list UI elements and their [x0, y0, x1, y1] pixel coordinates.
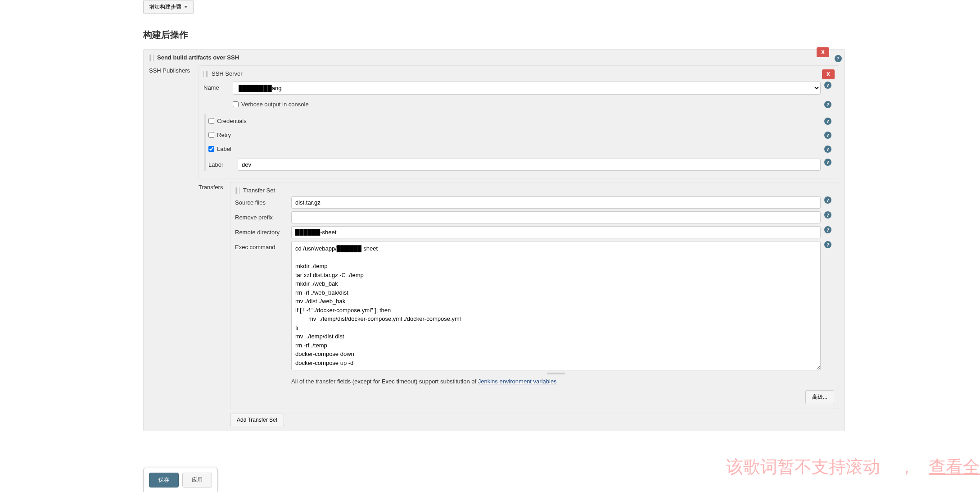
env-vars-link[interactable]: Jenkins environment variables [478, 378, 557, 385]
help-icon[interactable]: ? [824, 132, 831, 139]
label-input[interactable] [238, 159, 821, 171]
gripper-icon[interactable] [203, 71, 208, 77]
transfer-set-panel: Transfer Set Source files ? Remove pr [230, 182, 839, 409]
resize-handle-icon[interactable] [547, 373, 565, 374]
help-icon[interactable]: ? [824, 159, 831, 166]
source-files-input[interactable] [291, 196, 821, 209]
exec-command-label: Exec command [235, 241, 291, 251]
ssh-publishers-label: SSH Publishers [149, 65, 199, 426]
label-check-label[interactable]: Label [217, 146, 231, 152]
retry-label[interactable]: Retry [217, 132, 231, 138]
ssh-server-name-select[interactable]: ████████ang [233, 82, 821, 95]
label-field-label: Label [208, 159, 238, 168]
help-icon[interactable]: ? [824, 241, 831, 248]
retry-checkbox[interactable] [208, 132, 214, 138]
help-icon[interactable]: ? [824, 196, 831, 204]
post-build-block: X ? Send build artifacts over SSH SSH Pu… [143, 49, 845, 431]
source-files-label: Source files [235, 196, 291, 206]
help-icon[interactable]: ? [824, 118, 831, 125]
help-icon[interactable]: ? [824, 226, 831, 233]
section-title: 构建后操作 [143, 29, 845, 41]
help-icon[interactable]: ? [824, 82, 831, 89]
name-label: Name [203, 82, 233, 91]
transfer-set-title: Transfer Set [243, 187, 275, 194]
transfers-label: Transfers [199, 182, 230, 426]
ssh-server-title: SSH Server [212, 70, 243, 77]
exec-command-textarea[interactable] [291, 241, 821, 370]
caret-down-icon [184, 6, 188, 8]
block-title: Send build artifacts over SSH [157, 54, 239, 61]
credentials-checkbox[interactable] [208, 118, 214, 124]
help-icon[interactable]: ? [824, 146, 831, 153]
ssh-server-panel: X SSH Server Name ████████ang ? [199, 65, 839, 178]
credentials-label[interactable]: Credentials [217, 118, 247, 124]
help-icon[interactable]: ? [824, 101, 831, 108]
add-transfer-set-button[interactable]: Add Transfer Set [230, 414, 284, 426]
remove-prefix-input[interactable] [291, 211, 821, 223]
verbose-label[interactable]: Verbose output in console [241, 101, 309, 108]
add-build-step-label: 增加构建步骤 [149, 3, 181, 11]
gripper-icon[interactable] [235, 187, 239, 194]
remote-dir-label: Remote directory [235, 226, 291, 236]
help-icon[interactable]: ? [824, 211, 831, 219]
verbose-checkbox[interactable] [233, 101, 239, 107]
add-build-step-button[interactable]: 增加构建步骤 [143, 0, 194, 14]
remove-prefix-label: Remove prefix [235, 211, 291, 221]
advanced-button[interactable]: 高级... [805, 390, 834, 404]
transfer-note: All of the transfer fields (except for E… [291, 378, 821, 385]
gripper-icon[interactable] [149, 55, 154, 61]
label-checkbox[interactable] [208, 146, 214, 152]
remote-dir-input[interactable] [291, 226, 821, 238]
